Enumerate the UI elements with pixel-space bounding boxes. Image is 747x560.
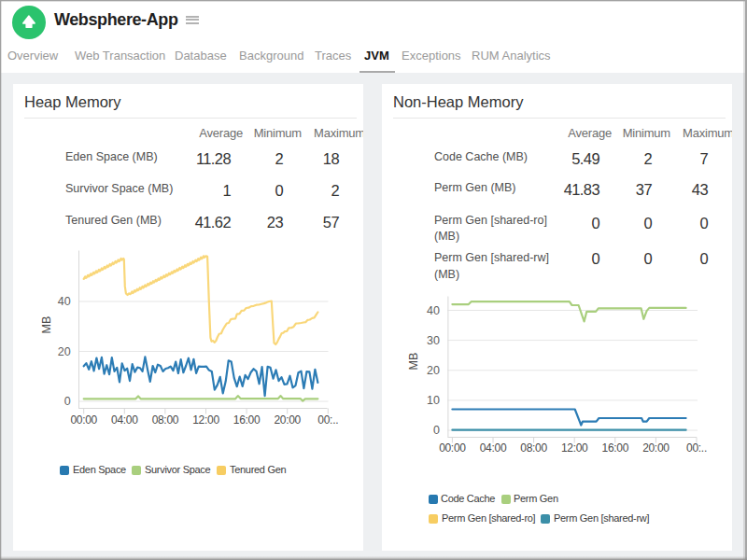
- svg-text:08:00: 08:00: [520, 441, 547, 455]
- svg-text:08:00: 08:00: [152, 413, 179, 427]
- svg-text:20:00: 20:00: [274, 413, 301, 427]
- svg-text:20: 20: [58, 345, 71, 358]
- svg-text:00:00: 00:00: [439, 441, 466, 455]
- svg-text:0: 0: [433, 424, 440, 437]
- svg-text:MB: MB: [40, 316, 53, 334]
- svg-text:04:00: 04:00: [111, 413, 138, 427]
- svg-text:12:00: 12:00: [561, 441, 588, 455]
- svg-text:20: 20: [427, 364, 440, 377]
- svg-text:16:00: 16:00: [602, 441, 629, 455]
- svg-text:40: 40: [58, 295, 71, 308]
- svg-text:20:00: 20:00: [642, 441, 669, 455]
- svg-text:00:00: 00:00: [70, 413, 97, 427]
- svg-text:12:00: 12:00: [192, 413, 219, 427]
- svg-text:00:..: 00:..: [317, 413, 338, 427]
- svg-text:16:00: 16:00: [233, 413, 261, 427]
- svg-text:40: 40: [427, 304, 440, 317]
- svg-text:0: 0: [64, 395, 71, 408]
- svg-text:00:..: 00:..: [686, 441, 707, 455]
- svg-text:MB: MB: [407, 353, 420, 371]
- svg-text:04:00: 04:00: [480, 441, 507, 455]
- svg-text:30: 30: [427, 334, 440, 347]
- svg-text:10: 10: [427, 394, 440, 407]
